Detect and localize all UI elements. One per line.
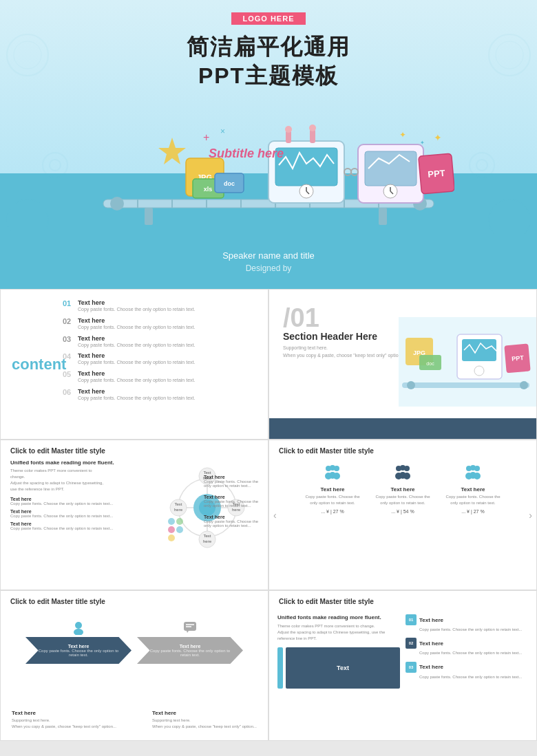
svg-point-2 [489,34,530,76]
people-icon-3 [463,465,483,484]
stat-item-2: Text here Copy paste fonts. Choose the o… [374,465,432,514]
item-body: Copy paste fonts. Choose the only option… [78,395,195,402]
svg-point-92 [334,466,339,471]
content-label: content [12,356,66,374]
slides-grid: content 01 Text here Copy paste fonts. C… [0,289,537,741]
item-title: Text here [78,317,195,324]
svg-point-108 [75,622,82,629]
svg-point-101 [403,473,410,479]
slide7-left: Unified fonts make reading more fluent. … [277,614,400,731]
stat-body-3: Copy paste fonts. Choose the only option… [444,494,503,506]
list-item: 04 Text here Copy paste fonts. Choose th… [63,352,261,366]
stat-value-3: ... ¥ | 27 % [461,509,484,514]
arrow-box-2: Text here Copy paste fonts. Choose the o… [137,637,243,664]
stats-container: Text here Copy paste fonts. Choose the o… [280,451,525,514]
svg-text:here: here [174,508,183,512]
footer-item-1: Text here Supporting text here. When you… [12,710,116,729]
list-item-2: 02 Text here Copy paste fonts. Choose th… [406,638,528,656]
svg-text:doc: doc [426,361,434,366]
chat-icon [183,621,197,635]
stat-label-2: Text here [391,486,415,493]
svg-point-0 [7,34,48,76]
nav-left-arrow[interactable]: ‹ [273,510,277,521]
slide-content-list: content 01 Text here Copy paste fonts. C… [0,289,268,440]
footer-item-2: Text here Supporting text here. When you… [152,710,257,729]
stat-label-1: Text here [321,486,345,493]
svg-point-7 [476,160,487,171]
section-footer-bar [269,418,536,439]
footer1-note: When you copy & paste, choose "keep text… [12,724,116,729]
list-icon-1: 01 [406,614,417,625]
arrow-diagram: Text here Copy paste fonts. Choose the o… [12,621,257,664]
slide-text-image: Click to edit Master title style Unified… [268,590,537,741]
svg-point-85 [168,518,175,525]
stat-body-1: Copy paste fonts. Choose the only option… [304,494,362,506]
slide-circle-diagram: Click to edit Master title style Unified… [0,440,268,590]
arrow2-block: Text here Copy paste fonts. Choose the o… [137,621,243,664]
person-icon-1 [72,621,85,635]
machine-illustration: JPG xls doc + × [83,103,454,230]
section-body: When you copy & paste, choose "keep text… [283,352,402,360]
section-header-block: Section Header Here Supporting text here… [283,331,402,359]
svg-point-9 [50,160,61,171]
section-illustration: JPG doc PPT [399,317,536,407]
svg-text:PPT: PPT [512,354,525,363]
stat-item-1: Text here Copy paste fonts. Choose the o… [304,465,362,514]
text-box: Text [286,647,400,689]
item-body: Copy paste fonts. Choose the only option… [78,324,195,331]
svg-rect-21 [145,208,153,225]
footer1-supporting: Supporting text here. [12,717,116,723]
items-list: 01 Text here Copy paste fonts. Choose th… [63,299,261,406]
listitem3-title: Text here [419,664,443,670]
list-icon-2: 02 [406,638,417,649]
stat-value-1: ... ¥ | 27 % [321,509,344,514]
section-number: /01 [283,303,319,333]
slide-section-header: /01 Section Header Here Supporting text … [268,289,537,440]
svg-point-86 [168,526,175,533]
item-title: Text here [78,335,195,342]
svg-rect-33 [275,148,337,186]
speaker-text: Speaker name and title [222,250,315,261]
slide7-subtitle: Unified fonts make reading more fluent. [277,614,400,620]
svg-point-95 [333,473,340,479]
svg-point-8 [43,153,67,177]
listitem3-body: Copy paste fonts. Choose the only option… [406,674,528,680]
svg-point-51 [344,169,351,175]
slide-people-stats: Click to edit Master title style ‹ › Tex… [268,440,537,590]
list-item: 01 Text here Copy paste fonts. Choose th… [63,299,261,313]
text-label: Text [337,665,349,671]
svg-marker-29 [158,138,186,164]
item-body: Copy paste fonts. Choose the only option… [78,359,195,366]
listitem2-body: Copy paste fonts. Choose the only option… [406,650,528,656]
listitem1-title: Text here [419,617,443,623]
cover-slide: LOGO HERE 简洁扁平化通用 PPT主题模板 JPG xls doc [0,0,537,289]
svg-rect-58 [462,339,496,361]
svg-text:Text: Text [203,534,211,538]
svg-point-11 [110,197,124,210]
slide6-title: Click to edit Master title style [10,598,105,605]
arrow1-block: Text here Copy paste fonts. Choose the o… [25,621,131,664]
slide4-title: Click to edit Master title style [10,447,105,455]
svg-text:✦: ✦ [420,140,425,146]
svg-text:+: + [203,131,209,143]
svg-text:✦: ✦ [399,130,406,140]
svg-point-87 [168,534,175,541]
svg-point-88 [176,518,183,525]
svg-point-107 [474,473,481,479]
section-supporting: Supporting text here. [283,345,402,352]
nav-right-arrow[interactable]: › [529,510,532,521]
cover-bottom: Speaker name and title Designed by [0,234,537,289]
svg-point-109 [74,629,83,635]
svg-marker-111 [187,631,189,633]
svg-point-98 [404,466,410,471]
stat-body-2: Copy paste fonts. Choose the only option… [374,494,432,506]
item-body: Copy paste fonts. Choose the only option… [78,306,195,313]
slide7-right: 01 Text here Copy paste fonts. Choose th… [406,614,528,731]
slide4-body: Theme color makes PPT more convenient to… [10,468,107,493]
list-item: 06 Text here Copy paste fonts. Choose th… [63,388,261,402]
slide7-body: Theme color makes PPT more convenient to… [277,623,400,642]
svg-point-104 [474,466,480,471]
footer1-title: Text here [12,710,116,716]
svg-text:Text: Text [174,502,182,506]
slide7-bar-container: Text [277,647,400,689]
